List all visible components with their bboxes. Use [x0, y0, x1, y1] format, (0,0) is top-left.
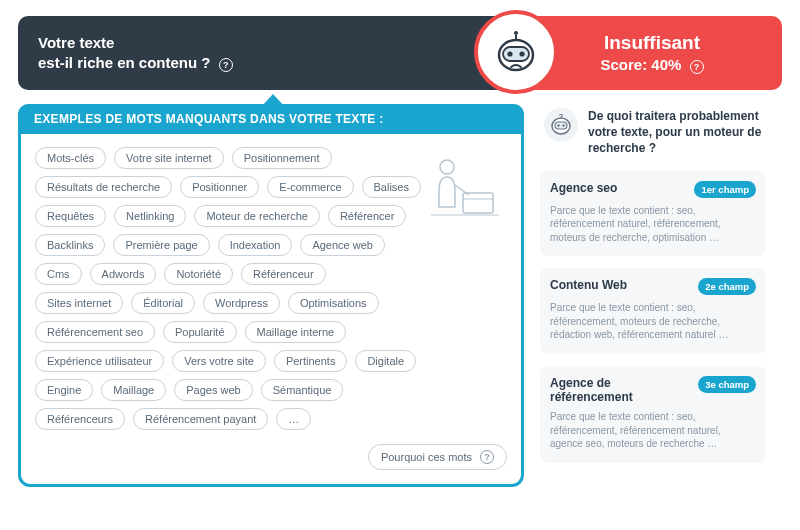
robot-icon [474, 10, 558, 94]
svg-point-4 [507, 51, 512, 56]
missing-word-tag[interactable]: Digitale [355, 350, 416, 372]
missing-word-tag[interactable]: Première page [113, 234, 209, 256]
field-description: Parce que le texte contient : seo, référ… [550, 204, 756, 245]
svg-rect-6 [463, 193, 493, 213]
missing-word-tag[interactable]: Référenceurs [35, 408, 125, 430]
help-icon[interactable]: ? [690, 60, 704, 74]
missing-word-tag[interactable]: Netlinking [114, 205, 186, 227]
header-question: Votre texte est-il riche en contenu ? ? [18, 16, 522, 90]
missing-word-tag[interactable]: Engine [35, 379, 93, 401]
missing-word-tag[interactable]: Expérience utilisateur [35, 350, 164, 372]
missing-word-tag[interactable]: Cms [35, 263, 82, 285]
missing-word-tag[interactable]: Adwords [90, 263, 157, 285]
svg-text:?: ? [559, 112, 564, 121]
field-name: Agence seo [550, 181, 617, 195]
field-rank-badge: 3e champ [698, 376, 756, 393]
header-score-panel: Insuffisant Score: 40% ? [522, 16, 782, 90]
missing-word-tag[interactable]: Notoriété [164, 263, 233, 285]
svg-point-10 [557, 124, 559, 126]
missing-word-tag[interactable]: Requêtes [35, 205, 106, 227]
field-rank-badge: 2e champ [698, 278, 756, 295]
missing-word-tag[interactable]: Sites internet [35, 292, 123, 314]
missing-words-title: EXEMPLES DE MOTS MANQUANTS DANS VOTRE TE… [18, 104, 524, 134]
missing-words-tags: Mots-clésVotre site internetPositionneme… [35, 147, 421, 430]
missing-word-tag[interactable]: E-commerce [267, 176, 353, 198]
semantic-field-card: Agence de référencement3e champParce que… [540, 366, 766, 463]
field-description: Parce que le texte contient : seo, référ… [550, 301, 756, 342]
missing-word-tag[interactable]: Backlinks [35, 234, 105, 256]
missing-word-tag[interactable]: Moteur de recherche [194, 205, 320, 227]
field-name: Contenu Web [550, 278, 627, 292]
why-words-button[interactable]: Pourquoi ces mots ? [368, 444, 507, 470]
missing-word-tag[interactable]: Positionnement [232, 147, 332, 169]
illustration-person [421, 147, 507, 223]
missing-word-tag[interactable]: Référencement seo [35, 321, 155, 343]
missing-word-tag[interactable]: Pertinents [274, 350, 348, 372]
score-status: Insuffisant [604, 32, 700, 54]
semantic-field-card: Contenu Web2e champParce que le texte co… [540, 268, 766, 354]
missing-word-tag[interactable]: Positionner [180, 176, 259, 198]
semantic-field-card: Agence seo1er champParce que le texte co… [540, 171, 766, 257]
field-name: Agence de référencement [550, 376, 690, 405]
header-line2: est-il riche en contenu ? [38, 54, 211, 71]
svg-point-11 [562, 124, 564, 126]
missing-word-tag[interactable]: Pages web [174, 379, 252, 401]
header: Votre texte est-il riche en contenu ? ? … [18, 16, 782, 90]
missing-word-tag[interactable]: Wordpress [203, 292, 280, 314]
robot-thinking-icon: ? [544, 108, 578, 142]
missing-word-tag[interactable]: Référencer [328, 205, 406, 227]
score-label: Score: 40% [600, 56, 681, 73]
header-line1: Votre texte [38, 34, 114, 51]
missing-word-tag[interactable]: Votre site internet [114, 147, 224, 169]
help-icon: ? [480, 450, 494, 464]
missing-word-tag[interactable]: Référenceur [241, 263, 326, 285]
field-rank-badge: 1er champ [694, 181, 756, 198]
missing-word-tag[interactable]: Balises [362, 176, 421, 198]
svg-point-5 [519, 51, 524, 56]
svg-rect-9 [555, 122, 567, 129]
missing-word-tag[interactable]: Optimisations [288, 292, 379, 314]
topic-header: ? De quoi traitera probablement votre te… [540, 104, 766, 171]
missing-word-tag[interactable]: Popularité [163, 321, 237, 343]
missing-word-tag[interactable]: Mots-clés [35, 147, 106, 169]
missing-word-tag[interactable]: Sémantique [261, 379, 344, 401]
missing-word-tag[interactable]: Indexation [218, 234, 293, 256]
svg-rect-3 [503, 47, 529, 61]
svg-point-7 [440, 160, 454, 174]
missing-word-tag[interactable]: Agence web [300, 234, 385, 256]
missing-word-tag[interactable]: … [276, 408, 311, 430]
why-words-label: Pourquoi ces mots [381, 451, 472, 463]
missing-words-panel: EXEMPLES DE MOTS MANQUANTS DANS VOTRE TE… [18, 104, 524, 487]
missing-word-tag[interactable]: Vers votre site [172, 350, 266, 372]
svg-point-0 [514, 31, 518, 35]
missing-word-tag[interactable]: Éditorial [131, 292, 195, 314]
missing-word-tag[interactable]: Résultats de recherche [35, 176, 172, 198]
topic-title: De quoi traitera probablement votre text… [588, 108, 762, 157]
field-description: Parce que le texte contient : seo, référ… [550, 410, 756, 451]
missing-word-tag[interactable]: Maillage interne [245, 321, 347, 343]
help-icon[interactable]: ? [219, 58, 233, 72]
missing-word-tag[interactable]: Maillage [101, 379, 166, 401]
missing-word-tag[interactable]: Référencement payant [133, 408, 268, 430]
